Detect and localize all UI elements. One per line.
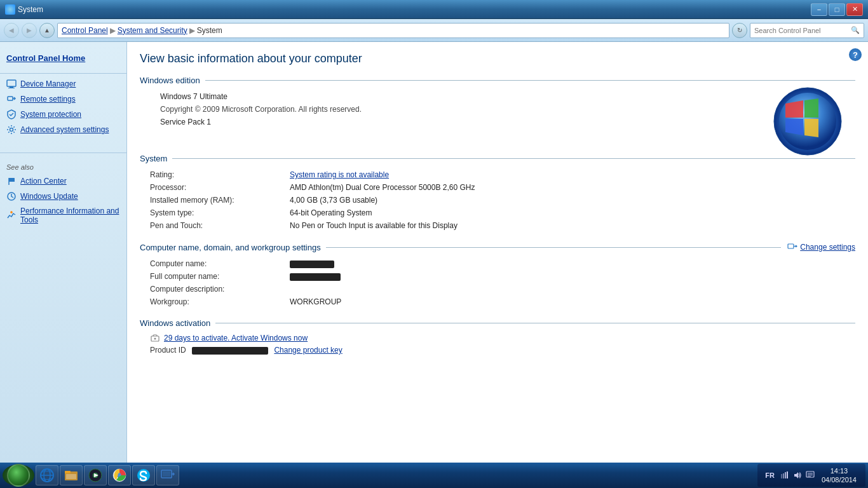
taskbar-rdp[interactable] bbox=[156, 465, 179, 485]
svg-rect-12 bbox=[788, 244, 794, 248]
os-name-row: Windows 7 Ultimate bbox=[150, 90, 865, 103]
start-orb bbox=[7, 464, 30, 487]
computer-name-table: Computer name: Full computer name: Compu… bbox=[150, 257, 865, 308]
sidebar-item-action-center[interactable]: Action Center bbox=[0, 173, 126, 189]
windows-logo-container bbox=[773, 86, 843, 158]
rating-label: Rating: bbox=[150, 168, 290, 181]
perf-info-label: Performance Information and Tools bbox=[20, 207, 120, 224]
svg-rect-33 bbox=[787, 471, 788, 478]
title-bar-left: System bbox=[5, 4, 43, 15]
search-box[interactable]: 🔍 bbox=[750, 23, 864, 38]
system-protection-label: System protection bbox=[20, 110, 81, 119]
svg-rect-0 bbox=[7, 80, 16, 86]
full-computer-name-row: Full computer name: bbox=[150, 270, 865, 283]
skype-icon bbox=[136, 468, 151, 483]
rating-row: Rating: System rating is not available bbox=[150, 168, 865, 181]
breadcrumb-part2[interactable]: System and Security bbox=[118, 26, 187, 35]
back-button[interactable]: ◀ bbox=[4, 23, 19, 38]
svg-rect-28 bbox=[163, 471, 170, 477]
forward-button[interactable]: ▶ bbox=[22, 23, 37, 38]
change-product-key-link[interactable]: Change product key bbox=[274, 346, 342, 355]
breadcrumb[interactable]: Control Panel ▶ System and Security ▶ Sy… bbox=[57, 23, 729, 38]
processor-value: AMD Athlon(tm) Dual Core Processor 5000B… bbox=[290, 181, 865, 194]
tray-network-icon[interactable] bbox=[780, 470, 790, 480]
refresh-button[interactable]: ↻ bbox=[732, 23, 747, 38]
sidebar-item-remote-settings[interactable]: Remote settings bbox=[0, 92, 126, 107]
see-also-divider bbox=[0, 152, 126, 153]
minimize-button[interactable]: − bbox=[811, 3, 827, 16]
rating-value: System rating is not available bbox=[290, 168, 865, 181]
sidebar-item-perf-info[interactable]: Performance Information and Tools bbox=[0, 204, 126, 227]
taskbar-ie[interactable] bbox=[36, 465, 58, 485]
copyright-row: Copyright © 2009 Microsoft Corporation. … bbox=[150, 103, 865, 116]
main-container: Control Panel Home Device Manager Remote… bbox=[0, 42, 868, 463]
computer-description-value bbox=[290, 283, 865, 295]
windows-logo bbox=[773, 86, 843, 156]
computer-name-row: Computer name: bbox=[150, 257, 865, 270]
language-indicator[interactable]: FR bbox=[763, 471, 777, 479]
maximize-button[interactable]: □ bbox=[829, 3, 845, 16]
tray-volume-icon[interactable] bbox=[792, 470, 803, 480]
product-id-redacted bbox=[192, 347, 268, 355]
change-settings-link[interactable]: Change settings bbox=[800, 243, 855, 252]
breadcrumb-part3: System bbox=[197, 26, 222, 35]
start-button[interactable] bbox=[3, 464, 34, 486]
svg-rect-32 bbox=[785, 472, 786, 478]
taskbar-explorer[interactable] bbox=[60, 465, 83, 485]
svg-rect-19 bbox=[65, 471, 71, 473]
tray-area: FR 14:13 04/ bbox=[757, 464, 865, 487]
explorer-icon bbox=[64, 468, 79, 483]
sidebar: Control Panel Home Device Manager Remote… bbox=[0, 42, 127, 463]
activation-title: Windows activation bbox=[140, 318, 210, 328]
title-bar: System − □ ✕ bbox=[0, 0, 868, 19]
sidebar-item-advanced-settings[interactable]: Advanced system settings bbox=[0, 122, 126, 137]
up-button[interactable]: ▲ bbox=[39, 23, 55, 38]
system-type-label: System type: bbox=[150, 207, 290, 219]
sidebar-item-device-manager[interactable]: Device Manager bbox=[0, 76, 126, 92]
computer-name-header: Computer name, domain, and workgroup set… bbox=[140, 242, 855, 252]
performance-icon bbox=[6, 210, 17, 220]
clock-time: 14:13 bbox=[822, 466, 857, 475]
service-pack-value: Service Pack 1 bbox=[150, 116, 865, 128]
see-also-label: See also bbox=[0, 156, 126, 173]
svg-point-5 bbox=[10, 128, 13, 132]
gear-icon bbox=[6, 125, 17, 135]
page-title: View basic information about your comput… bbox=[140, 52, 855, 65]
change-settings-container: Change settings bbox=[787, 242, 855, 252]
sidebar-item-system-protection[interactable]: System protection bbox=[0, 107, 126, 122]
computer-name-redacted bbox=[290, 261, 334, 268]
processor-label: Processor: bbox=[150, 181, 290, 194]
svg-rect-1 bbox=[10, 86, 13, 88]
advanced-settings-label: Advanced system settings bbox=[20, 125, 109, 134]
svg-rect-6 bbox=[9, 178, 15, 182]
help-button[interactable]: ? bbox=[849, 48, 862, 61]
activate-text[interactable]: 29 days to activate. Activate Windows no… bbox=[164, 334, 308, 342]
search-input[interactable] bbox=[754, 27, 851, 34]
control-panel-home-link[interactable]: Control Panel Home bbox=[0, 48, 126, 71]
media-icon bbox=[88, 468, 103, 483]
window-controls: − □ ✕ bbox=[811, 3, 863, 16]
workgroup-row: Workgroup: WORKGROUP bbox=[150, 295, 865, 308]
close-button[interactable]: ✕ bbox=[846, 3, 863, 16]
sidebar-item-windows-update[interactable]: Windows Update bbox=[0, 189, 126, 204]
taskbar-chrome[interactable] bbox=[108, 465, 131, 485]
taskbar-media[interactable] bbox=[84, 465, 107, 485]
sidebar-divider bbox=[0, 73, 126, 74]
ram-row: Installed memory (RAM): 4,00 GB (3,73 GB… bbox=[150, 194, 865, 207]
svg-point-14 bbox=[154, 338, 156, 340]
rdp-icon bbox=[160, 468, 175, 483]
windows-edition-header: Windows edition bbox=[140, 76, 855, 85]
ie-icon bbox=[39, 468, 55, 483]
clock[interactable]: 14:13 04/08/2014 bbox=[818, 466, 860, 485]
breadcrumb-part1[interactable]: Control Panel bbox=[62, 26, 108, 35]
computer-name-label: Computer name: bbox=[150, 257, 290, 270]
tray-action-icon[interactable] bbox=[805, 470, 815, 480]
system-divider bbox=[172, 158, 855, 159]
taskbar-skype[interactable] bbox=[132, 465, 155, 485]
address-bar: ◀ ▶ ▲ Control Panel ▶ System and Securit… bbox=[0, 19, 868, 42]
svg-rect-2 bbox=[8, 88, 15, 88]
content-area: ? bbox=[127, 42, 868, 463]
breadcrumb-sep2: ▶ bbox=[189, 26, 195, 35]
full-computer-name-value bbox=[290, 270, 865, 283]
computer-description-label: Computer description: bbox=[150, 283, 290, 295]
